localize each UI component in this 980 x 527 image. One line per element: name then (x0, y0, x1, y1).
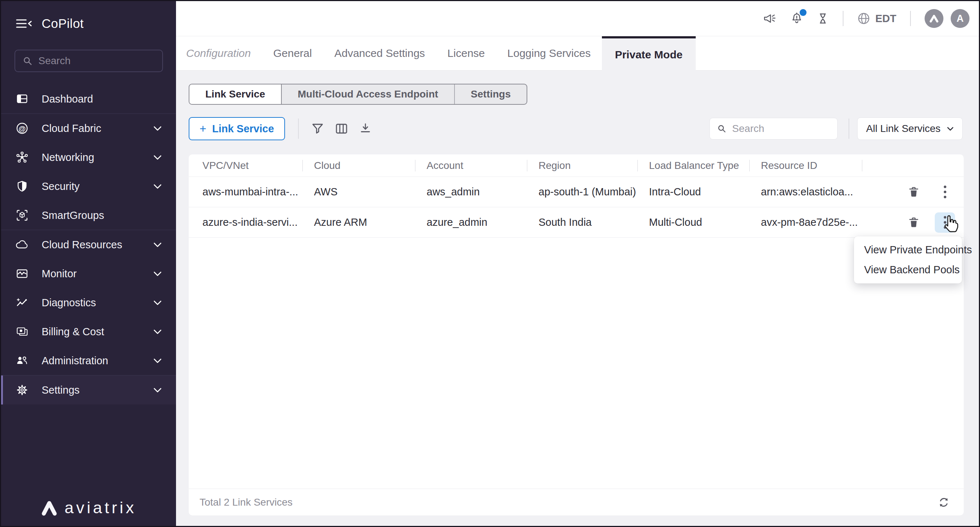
tab-private-mode[interactable]: Private Mode (602, 36, 696, 71)
chevron-down-icon (947, 127, 954, 131)
column-header-account[interactable]: Account (415, 160, 527, 171)
column-header-load-balancer-type[interactable]: Load Balancer Type (637, 160, 749, 171)
table-footer: Total 2 Link Services (189, 489, 964, 516)
chevron-down-icon (154, 358, 162, 363)
org-avatar[interactable] (924, 9, 943, 28)
cell-account: aws_admin (415, 186, 527, 198)
cell-vpc-vnet: azure-s-india-servi... (189, 216, 302, 228)
cloud-fabric-icon: @ (16, 122, 29, 134)
menu-item-view-private-endpoints[interactable]: View Private Endpoints (854, 240, 962, 260)
sidebar-item-billing-cost[interactable]: Billing & Cost (1, 317, 176, 346)
toolbar-right: All Link Services (710, 117, 963, 140)
sidebar-item-networking[interactable]: Networking (1, 143, 176, 172)
refresh-icon[interactable] (937, 495, 951, 509)
row-menu-kebab-icon-active[interactable] (935, 212, 955, 233)
delete-icon[interactable] (904, 212, 924, 233)
aviatrix-logo-text: aviatrix (64, 498, 137, 517)
sidebar-item-diagnostics[interactable]: Diagnostics (1, 288, 176, 317)
subtab-link-service[interactable]: Link Service (189, 85, 282, 104)
sidebar-item-label: Settings (41, 384, 80, 396)
sidebar-item-label: Cloud Fabric (41, 123, 101, 134)
cell-actions (862, 212, 964, 233)
sidebar-search-input[interactable] (38, 55, 155, 67)
chevron-down-icon (154, 300, 162, 305)
tab-advanced-settings[interactable]: Advanced Settings (334, 36, 425, 70)
table-row[interactable]: aws-mumbai-intra-... AWS aws_admin ap-so… (189, 177, 964, 207)
sidebar-item-label: Diagnostics (41, 297, 96, 309)
download-icon[interactable] (359, 123, 372, 135)
subtab-settings[interactable]: Settings (455, 85, 527, 104)
column-header-cloud[interactable]: Cloud (302, 160, 415, 171)
chevron-down-icon (154, 184, 162, 189)
chevron-down-icon (154, 243, 162, 247)
delete-icon[interactable] (904, 182, 924, 202)
cell-resource-id: avx-pm-8ae7d25e-... (749, 216, 862, 228)
tab-logging-services[interactable]: Logging Services (508, 36, 591, 70)
aviatrix-logo-mark-icon (41, 500, 58, 516)
security-shield-icon (16, 180, 29, 192)
link-services-filter-dropdown[interactable]: All Link Services (857, 117, 963, 140)
sidebar-header: CoPilot (1, 1, 176, 31)
add-link-service-label: Link Service (212, 123, 274, 135)
app-title: CoPilot (41, 16, 84, 31)
cell-region: South India (527, 216, 637, 228)
dashboard-icon (16, 93, 29, 105)
table-search[interactable] (710, 118, 838, 139)
sidebar-item-security[interactable]: Security (1, 172, 176, 201)
cell-actions (862, 182, 964, 202)
announcement-icon[interactable] (763, 12, 777, 25)
sidebar-item-label: Dashboard (41, 93, 93, 105)
notifications-bell-icon[interactable] (791, 12, 803, 25)
row-menu-kebab-icon[interactable] (935, 182, 955, 202)
sidebar-item-settings[interactable]: Settings (1, 375, 176, 404)
column-header-resource-id[interactable]: Resource ID (749, 160, 862, 171)
menu-item-view-backend-pools[interactable]: View Backend Pools (854, 260, 962, 280)
sidebar-item-label: Monitor (41, 268, 77, 280)
table-search-input[interactable] (732, 123, 830, 134)
column-header-vpc-vnet[interactable]: VPC/VNet (189, 160, 302, 171)
user-avatar[interactable]: A (951, 9, 969, 28)
sidebar-item-administration[interactable]: Administration (1, 346, 176, 375)
svg-text:@: @ (19, 125, 26, 133)
tab-general[interactable]: General (273, 36, 312, 70)
chevron-down-icon (154, 126, 162, 131)
table-row[interactable]: azure-s-india-servi... Azure ARM azure_a… (189, 207, 964, 238)
private-mode-content: Link Service Multi-Cloud Access Endpoint… (176, 71, 979, 526)
hourglass-icon[interactable] (817, 12, 829, 25)
sidebar-collapse-icon[interactable] (16, 18, 32, 30)
sidebar-item-label: Billing & Cost (41, 326, 104, 338)
column-header-region[interactable]: Region (527, 160, 637, 171)
sidebar-item-smartgroups[interactable]: SmartGroups (1, 201, 176, 230)
link-services-table: VPC/VNet Cloud Account Region Load Balan… (189, 154, 964, 516)
columns-icon[interactable] (335, 123, 348, 135)
tabstrip: Configuration General Advanced Settings … (176, 36, 979, 71)
globe-icon (857, 12, 870, 25)
topbar: EDT A (176, 1, 979, 36)
cell-vpc-vnet: aws-mumbai-intra-... (189, 186, 302, 198)
topbar-divider (843, 11, 843, 26)
timezone-label: EDT (875, 13, 896, 25)
subtab-multi-cloud-access-endpoint[interactable]: Multi-Cloud Access Endpoint (282, 85, 455, 104)
chevron-down-icon (154, 271, 162, 276)
user-avatar-initial: A (956, 13, 964, 24)
sidebar-item-label: Security (41, 180, 80, 192)
sidebar-item-label: Networking (41, 152, 94, 163)
timezone-indicator[interactable]: EDT (857, 12, 896, 25)
sidebar-item-monitor[interactable]: Monitor (1, 259, 176, 288)
copilot-window: CoPilot Dashboard @ Cloud Fabric (0, 0, 980, 527)
total-count-label: Total 2 Link Services (200, 497, 293, 508)
filter-icon[interactable] (311, 123, 324, 135)
aviatrix-logo: aviatrix (1, 498, 176, 517)
billing-card-icon (16, 326, 29, 338)
tab-license[interactable]: License (447, 36, 485, 70)
sidebar-search[interactable] (14, 50, 163, 72)
sidebar-item-cloud-fabric[interactable]: @ Cloud Fabric (1, 114, 176, 143)
sidebar-item-cloud-resources[interactable]: Cloud Resources (1, 230, 176, 259)
subtab-group: Link Service Multi-Cloud Access Endpoint… (189, 84, 527, 105)
cell-region: ap-south-1 (Mumbai) (527, 186, 637, 198)
networking-icon (16, 151, 29, 163)
add-link-service-button[interactable]: + Link Service (189, 117, 285, 140)
search-icon (22, 56, 33, 66)
sidebar-item-label: SmartGroups (41, 209, 104, 222)
sidebar-item-dashboard[interactable]: Dashboard (1, 85, 176, 113)
